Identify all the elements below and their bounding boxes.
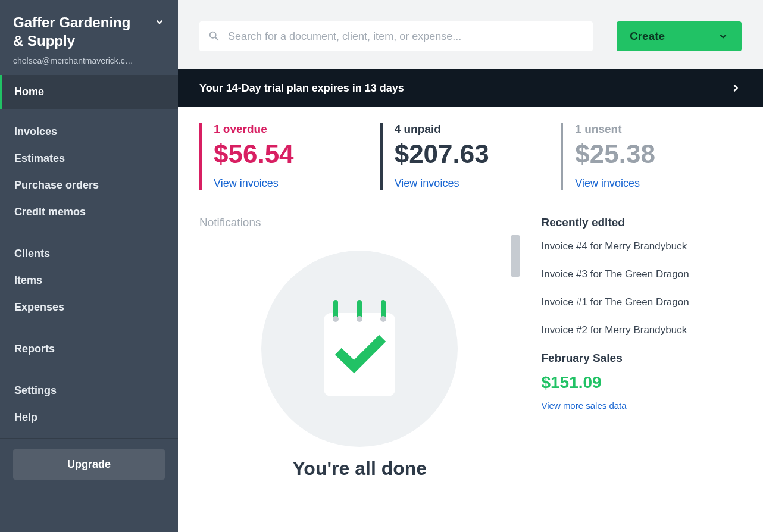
- sidebar-item-help[interactable]: Help: [0, 404, 178, 431]
- brand-block: Gaffer Gardening & Supply chelsea@mercha…: [0, 0, 178, 73]
- create-label: Create: [630, 30, 665, 43]
- create-button[interactable]: Create: [617, 21, 742, 51]
- all-done-text: You're all done: [292, 458, 427, 480]
- sidebar-item-purchase-orders[interactable]: Purchase orders: [0, 172, 178, 199]
- trial-text: Your 14-Day trial plan expires in 13 day…: [199, 82, 404, 95]
- sidebar-item-settings[interactable]: Settings: [0, 377, 178, 404]
- nav-group-reports: Reports: [0, 328, 178, 370]
- sidebar-item-invoices[interactable]: Invoices: [0, 118, 178, 145]
- sidebar-item-estimates[interactable]: Estimates: [0, 145, 178, 172]
- nav-group-sales: Invoices Estimates Purchase orders Credi…: [0, 111, 178, 233]
- stat-unsent-link[interactable]: View invoices: [575, 177, 742, 190]
- stat-unsent-value: $25.38: [575, 139, 742, 169]
- stat-unpaid-value: $207.63: [395, 139, 561, 169]
- sidebar-item-items[interactable]: Items: [0, 267, 178, 294]
- svg-point-5: [357, 316, 362, 322]
- stat-overdue-label: 1 overdue: [214, 123, 380, 136]
- notifications-title: Notifications: [199, 216, 261, 229]
- notifications-body: You're all done: [199, 229, 520, 480]
- stat-overdue: 1 overdue $56.54 View invoices: [199, 123, 380, 190]
- recent-item-2[interactable]: Invoice #1 for The Green Dragon: [541, 296, 742, 309]
- recent-item-0[interactable]: Invoice #4 for Merry Brandybuck: [541, 240, 742, 254]
- notepad-check-icon: [315, 295, 404, 402]
- topbar: Create: [178, 0, 763, 69]
- stats-row: 1 overdue $56.54 View invoices 4 unpaid …: [199, 123, 742, 190]
- more-sales-link[interactable]: View more sales data: [541, 400, 742, 411]
- sidebar-item-expenses[interactable]: Expenses: [0, 294, 178, 321]
- sidebar-item-reports[interactable]: Reports: [0, 336, 178, 362]
- chevron-down-icon[interactable]: [154, 17, 165, 27]
- recent-panel: Recently edited Invoice #4 for Merry Bra…: [541, 216, 742, 480]
- svg-point-4: [333, 316, 339, 322]
- empty-state-circle: [261, 251, 458, 447]
- upgrade-button[interactable]: Upgrade: [13, 449, 165, 480]
- svg-point-6: [380, 316, 386, 322]
- divider: [270, 223, 520, 223]
- sales-value: $151.09: [541, 373, 742, 392]
- content: 1 overdue $56.54 View invoices 4 unpaid …: [178, 107, 763, 532]
- upgrade-wrap: Upgrade: [0, 439, 178, 490]
- account-email: chelsea@merchantmaverick.c…: [13, 56, 138, 65]
- stat-overdue-link[interactable]: View invoices: [214, 177, 380, 190]
- trial-banner[interactable]: Your 14-Day trial plan expires in 13 day…: [178, 69, 763, 107]
- chevron-down-icon: [718, 31, 728, 42]
- sidebar-item-clients[interactable]: Clients: [0, 240, 178, 267]
- sales-title: February Sales: [541, 352, 742, 365]
- stat-unsent: 1 unsent $25.38 View invoices: [561, 123, 742, 190]
- nav-group-people: Clients Items Expenses: [0, 233, 178, 328]
- sidebar: Gaffer Gardening & Supply chelsea@mercha…: [0, 0, 178, 532]
- recent-title: Recently edited: [541, 216, 742, 229]
- sidebar-item-home[interactable]: Home: [0, 75, 178, 109]
- recent-item-3[interactable]: Invoice #2 for Merry Brandybuck: [541, 324, 742, 337]
- stat-unsent-label: 1 unsent: [575, 123, 742, 136]
- company-name: Gaffer Gardening & Supply: [13, 13, 138, 50]
- brand-row[interactable]: Gaffer Gardening & Supply: [13, 13, 165, 50]
- search-icon: [208, 30, 221, 43]
- notifications-header: Notifications: [199, 216, 520, 229]
- chevron-right-icon: [730, 82, 742, 94]
- lower-columns: Notifications: [199, 216, 742, 480]
- sidebar-item-credit-memos[interactable]: Credit memos: [0, 199, 178, 226]
- recent-item-1[interactable]: Invoice #3 for The Green Dragon: [541, 268, 742, 281]
- stat-unpaid-label: 4 unpaid: [395, 123, 561, 136]
- nav-group-home: Home: [0, 73, 178, 111]
- main: Create Your 14-Day trial plan expires in…: [178, 0, 763, 532]
- stat-unpaid: 4 unpaid $207.63 View invoices: [380, 123, 561, 190]
- nav-group-settings: Settings Help: [0, 370, 178, 439]
- notifications-panel: Notifications: [199, 216, 520, 480]
- stat-unpaid-link[interactable]: View invoices: [395, 177, 561, 190]
- scrollbar[interactable]: [511, 235, 520, 277]
- stat-overdue-value: $56.54: [214, 139, 380, 169]
- search-wrap: [199, 21, 593, 51]
- search-input[interactable]: [199, 21, 593, 51]
